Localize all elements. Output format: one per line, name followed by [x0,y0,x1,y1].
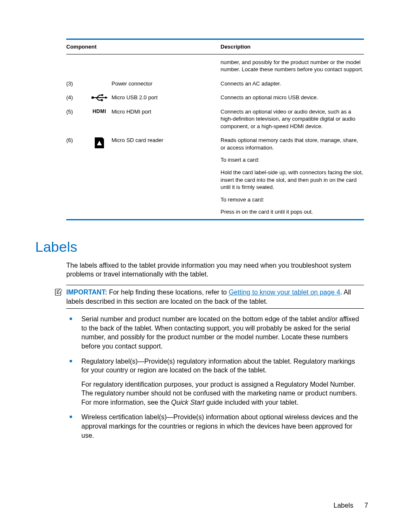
note-icon [55,288,63,299]
table-cell-description: Hold the card label-side up, with connec… [221,169,364,191]
table-cell-description: To insert a card: [221,156,364,164]
important-note: IMPORTANT: For help finding these locati… [66,285,364,309]
important-label: IMPORTANT: [66,289,107,296]
table-cell-description: Connects an optional video or audio devi… [221,108,364,130]
svg-rect-2 [101,94,103,96]
table-bottom-rule [66,219,364,220]
hdmi-icon: HDMI [93,108,106,115]
table-cell-number: (6) [66,137,87,217]
page-number: 7 [364,502,368,509]
table-cell-description: Reads optional memory cards that store, … [221,137,364,151]
quick-start-reference: Quick Start [171,399,204,406]
list-item: Serial number and product number are loc… [66,315,364,351]
list-item-text: Serial number and product number are loc… [81,315,364,351]
table-cell-component: Micro HDMI port [112,108,221,132]
table-row: (3) Power connector Connects an AC adapt… [66,76,364,90]
table-header-component: Component [66,43,175,51]
table-cell-component: Micro USB 2.0 port [112,94,221,103]
table-cell-component: Power connector [112,80,221,89]
section-heading-labels: Labels [35,239,368,255]
footer-section: Labels [333,502,353,509]
table-row: (6) Micro SD card reader Reads optional … [66,132,364,218]
table-row: number, and possibly for the product num… [66,54,364,76]
table-cell-number: (3) [66,80,87,89]
page-footer: Labels 7 [333,502,368,509]
usb-icon [91,94,108,101]
list-item-text: Wireless certification label(s)—Provide(… [81,413,364,440]
table-cell-description: Connects an AC adapter. [221,80,364,88]
table-header-row: Component Description [66,40,364,54]
svg-marker-4 [105,96,108,99]
important-text-pre: For help finding these locations, refer … [109,289,229,296]
list-item: Wireless certification label(s)—Provide(… [66,413,364,440]
table-cell-component: Micro SD card reader [112,137,221,217]
table-cell-description: To remove a card: [221,196,364,204]
table-row: (5) HDMI Micro HDMI port Connects an opt… [66,104,364,133]
intro-paragraph: The labels affixed to the tablet provide… [66,261,364,279]
table-header-description: Description [221,43,364,51]
table-row: (4) Micro USB 2.0 port Connects an [66,90,364,104]
component-table: Component Description number, and possib… [66,39,364,220]
list-item-subtext: For regulatory identification purposes, … [81,380,364,407]
bullet-list: Serial number and product number are loc… [66,315,364,440]
sd-card-icon [94,137,105,149]
table-cell-description: number, and possibly for the product num… [221,59,364,73]
table-cell-description: Connects an optional micro USB device. [221,94,364,101]
cross-reference-link[interactable]: Getting to know your tablet on page 4 [229,289,340,296]
table-cell-description: Press in on the card it until it pops ou… [221,208,364,216]
svg-point-3 [101,99,103,101]
table-cell-number: (4) [66,94,87,103]
list-item-text: Regulatory label(s)—Provide(s) regulator… [81,357,364,375]
list-item: Regulatory label(s)—Provide(s) regulator… [66,357,364,407]
table-cell-number: (5) [66,108,87,132]
